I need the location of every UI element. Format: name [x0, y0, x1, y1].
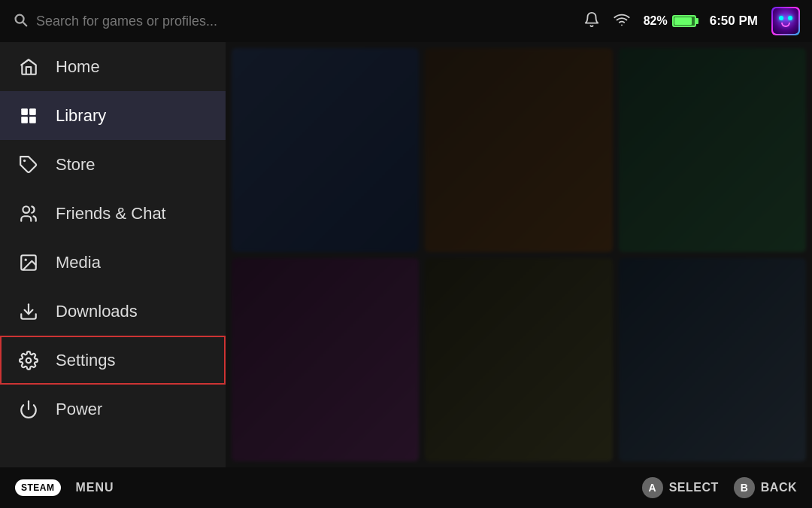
- select-label: SELECT: [669, 481, 719, 494]
- a-button-circle: A: [642, 477, 663, 498]
- bg-tile-6: [619, 258, 806, 462]
- bg-tile-5: [425, 258, 612, 462]
- back-label: BACK: [761, 481, 797, 494]
- b-button-circle: B: [734, 477, 755, 498]
- search-icon: [12, 11, 29, 32]
- svg-rect-1: [29, 108, 36, 115]
- media-icon: [18, 252, 39, 273]
- sidebar-item-downloads[interactable]: Downloads: [0, 287, 226, 336]
- bg-tile-3: [619, 48, 806, 252]
- sidebar-item-library-label: Library: [56, 106, 106, 126]
- select-button[interactable]: A SELECT: [642, 477, 719, 498]
- home-icon: [18, 56, 39, 78]
- svg-rect-0: [21, 108, 28, 115]
- sidebar-item-home-label: Home: [56, 57, 100, 77]
- battery-area: 82%: [644, 14, 696, 28]
- sidebar-item-downloads-label: Downloads: [56, 302, 138, 321]
- sidebar-item-friends[interactable]: Friends & Chat: [0, 189, 226, 238]
- sidebar-item-home[interactable]: Home: [0, 42, 226, 91]
- power-icon: [18, 399, 39, 420]
- bottom-bar-right: A SELECT B BACK: [642, 477, 797, 498]
- sidebar-item-media[interactable]: Media: [0, 238, 226, 287]
- svg-point-5: [23, 206, 29, 213]
- battery-percent: 82%: [644, 14, 668, 28]
- notification-icon[interactable]: [583, 11, 600, 32]
- friends-icon: [18, 203, 39, 224]
- sidebar-item-store[interactable]: Store: [0, 140, 226, 189]
- top-bar: Search for games or profiles... 82% 6:50…: [0, 0, 812, 42]
- svg-point-4: [23, 159, 26, 161]
- search-placeholder-text: Search for games or profiles...: [36, 14, 217, 29]
- svg-rect-3: [29, 117, 36, 123]
- store-icon: [18, 154, 39, 175]
- sidebar-item-settings-label: Settings: [56, 351, 116, 370]
- library-icon: [18, 105, 39, 126]
- sidebar-item-settings[interactable]: Settings: [0, 336, 226, 385]
- menu-label: MENU: [76, 481, 114, 494]
- bg-tile-1: [232, 48, 419, 252]
- sidebar: Home Library Store Friends & Chat Media …: [0, 42, 226, 467]
- svg-point-9: [26, 357, 32, 363]
- bg-tile-4: [232, 258, 419, 462]
- bg-tile-2: [425, 48, 612, 252]
- sidebar-item-friends-label: Friends & Chat: [56, 204, 166, 224]
- steam-badge[interactable]: STEAM: [15, 479, 61, 496]
- background-tiles: [226, 42, 812, 467]
- svg-point-7: [25, 258, 27, 260]
- downloads-icon: [18, 301, 39, 322]
- wifi-icon: [614, 11, 630, 32]
- svg-rect-2: [21, 117, 28, 123]
- sidebar-item-store-label: Store: [56, 155, 95, 175]
- settings-icon: [18, 350, 39, 371]
- bottom-bar: STEAM MENU A SELECT B BACK: [0, 467, 812, 508]
- sidebar-item-media-label: Media: [56, 253, 101, 272]
- sidebar-item-power[interactable]: Power: [0, 385, 226, 433]
- sidebar-item-library[interactable]: Library: [0, 91, 226, 140]
- search-area[interactable]: Search for games or profiles...: [12, 11, 574, 32]
- battery-icon: [672, 15, 696, 27]
- sidebar-item-power-label: Power: [56, 400, 102, 419]
- clock: 6:50 PM: [710, 14, 758, 29]
- top-bar-right: 82% 6:50 PM: [583, 7, 800, 35]
- avatar[interactable]: [771, 7, 800, 35]
- back-button[interactable]: B BACK: [734, 477, 797, 498]
- main-content: [226, 42, 812, 467]
